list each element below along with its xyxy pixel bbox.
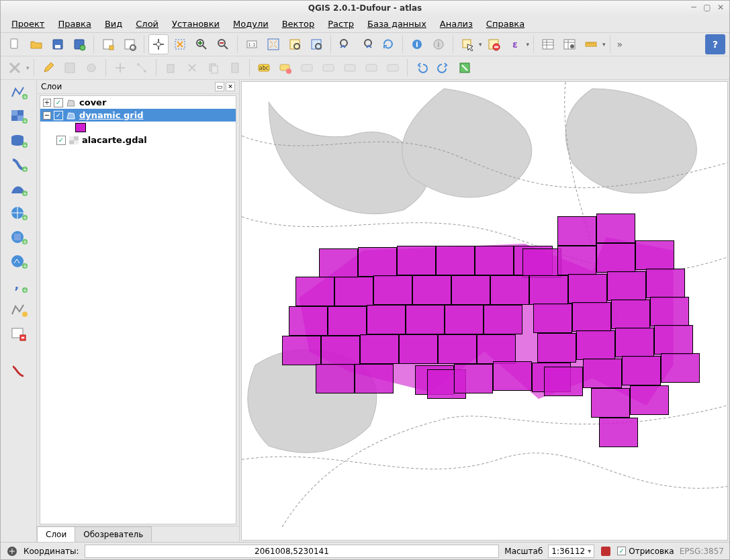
annotation-button[interactable] [455, 58, 475, 78]
map-canvas[interactable] [241, 81, 728, 541]
scale-combo[interactable]: 1:36112 [548, 545, 594, 558]
add-postgis-button[interactable]: + [7, 131, 30, 150]
label-tool-button[interactable]: abc [254, 58, 274, 78]
svg-text:+: + [22, 215, 27, 220]
add-raster-button[interactable]: + [7, 107, 30, 126]
zoom-full-button[interactable] [263, 34, 283, 54]
zoom-to-layer-button[interactable] [306, 34, 326, 54]
expression-select-button[interactable]: ε [505, 34, 525, 54]
select-features-button[interactable] [457, 34, 477, 54]
gps-button[interactable] [7, 362, 30, 381]
save-project-button[interactable] [48, 34, 68, 54]
add-vector-button[interactable]: + [7, 83, 30, 101]
menu-help[interactable]: Справка [481, 17, 530, 31]
zoom-last-button[interactable] [335, 34, 355, 54]
layer-item-alacarte[interactable]: ✓ alacarte.gdal [40, 134, 236, 146]
stop-render-icon[interactable] [600, 545, 612, 557]
svg-rect-30 [543, 40, 553, 49]
tab-browser[interactable]: Обозреватель [75, 526, 152, 542]
add-wms-button[interactable]: + [7, 203, 30, 222]
menu-database[interactable]: База данных [362, 17, 432, 31]
expand-icon[interactable]: + [43, 99, 51, 107]
menu-view[interactable]: Вид [99, 17, 128, 31]
layer-item-cover[interactable]: + ✓ cover [40, 96, 236, 109]
label-highlight-button[interactable] [297, 58, 317, 78]
add-wcs-button[interactable]: + [7, 228, 30, 246]
field-calc-button[interactable] [559, 34, 580, 54]
toggle-editing-button[interactable] [38, 58, 58, 78]
menu-edit[interactable]: Правка [52, 17, 96, 31]
zoom-to-selection-button[interactable] [285, 34, 305, 54]
redo-button[interactable] [433, 58, 453, 78]
label-props-button[interactable] [383, 58, 403, 78]
identify-button[interactable]: i [407, 34, 427, 54]
pan-button[interactable] [148, 34, 169, 54]
zoom-out-button[interactable] [213, 34, 233, 54]
label-rotate-button[interactable] [340, 58, 360, 78]
open-project-button[interactable] [26, 34, 46, 54]
new-print-composer-button[interactable] [98, 34, 118, 54]
menu-layer[interactable]: Слой [130, 17, 164, 31]
zoom-native-button[interactable]: 1:1 [242, 34, 262, 54]
deselect-button[interactable] [484, 34, 504, 54]
label-pin-button[interactable] [275, 58, 295, 78]
menu-raster[interactable]: Растр [322, 17, 359, 31]
close-button[interactable]: ✕ [716, 3, 725, 12]
minimize-button[interactable]: ─ [689, 3, 698, 12]
layers-tree[interactable]: + ✓ cover − ✓ dynamic grid ✓ ala [40, 95, 236, 524]
attribute-table-button[interactable] [538, 34, 558, 54]
menu-project[interactable]: Проект [6, 17, 50, 31]
new-project-button[interactable] [5, 34, 25, 54]
copy-button[interactable] [203, 58, 224, 78]
menu-settings[interactable]: Установки [167, 17, 225, 31]
tab-layers[interactable]: Слои [37, 526, 75, 542]
checkbox-icon[interactable]: ✓ [54, 111, 63, 120]
composer-manager-button[interactable] [120, 34, 140, 54]
maptips-button[interactable]: i [428, 34, 449, 54]
zoom-next-button[interactable] [357, 34, 377, 54]
label-move-button[interactable] [318, 58, 338, 78]
toggle-extents-icon[interactable] [6, 545, 18, 557]
move-feature-button[interactable] [110, 58, 130, 78]
collapse-icon[interactable]: − [43, 111, 51, 120]
add-spatialite-button[interactable]: + [7, 155, 30, 174]
toolbar-file-nav: 1:1 i i ▾ ε ▾ ▾ » ? [1, 33, 729, 56]
refresh-button[interactable] [378, 34, 398, 54]
menu-plugins[interactable]: Модули [228, 17, 274, 31]
paste-button[interactable] [225, 58, 245, 78]
svg-point-36 [87, 64, 95, 72]
add-feature-button[interactable] [81, 58, 101, 78]
save-edits-button[interactable] [60, 58, 80, 78]
panel-close-button[interactable]: ✕ [226, 82, 235, 91]
maximize-button[interactable]: ▢ [702, 3, 712, 12]
current-edits-button[interactable] [5, 58, 25, 78]
pan-to-selection-button[interactable] [170, 34, 190, 54]
undo-button[interactable] [412, 58, 432, 78]
add-delimited-button[interactable]: ,+ [7, 276, 30, 295]
cut-button[interactable] [182, 58, 202, 78]
measure-button[interactable] [581, 34, 601, 54]
svg-point-74 [11, 255, 24, 267]
remove-layer-button[interactable] [7, 324, 30, 343]
add-mssql-button[interactable]: + [7, 179, 30, 198]
menu-analysis[interactable]: Анализ [435, 17, 478, 31]
node-tool-button[interactable] [132, 58, 152, 78]
layer-item-dynamic-grid[interactable]: − ✓ dynamic grid [40, 109, 236, 122]
svg-point-9 [156, 42, 161, 46]
help-button[interactable]: ? [705, 34, 725, 54]
new-shapefile-button[interactable] [7, 300, 30, 319]
save-as-button[interactable] [69, 34, 89, 54]
panel-undock-button[interactable]: ▭ [215, 82, 224, 91]
layer-label: alacarte.gdal [82, 135, 147, 145]
zoom-in-button[interactable] [191, 34, 212, 54]
checkbox-icon[interactable]: ✓ [54, 98, 63, 107]
delete-selected-button[interactable] [161, 58, 181, 78]
render-toggle[interactable]: ✓ Отрисовка [617, 547, 674, 556]
checkbox-icon[interactable]: ✓ [56, 136, 66, 145]
crs-display[interactable]: EPSG:3857 [680, 547, 724, 556]
svg-rect-15 [268, 39, 279, 50]
menu-vector[interactable]: Вектор [277, 17, 320, 31]
label-change-button[interactable] [361, 58, 381, 78]
coords-field[interactable]: 2061008,5230141 [85, 545, 500, 558]
add-wfs-button[interactable]: + [7, 252, 30, 271]
